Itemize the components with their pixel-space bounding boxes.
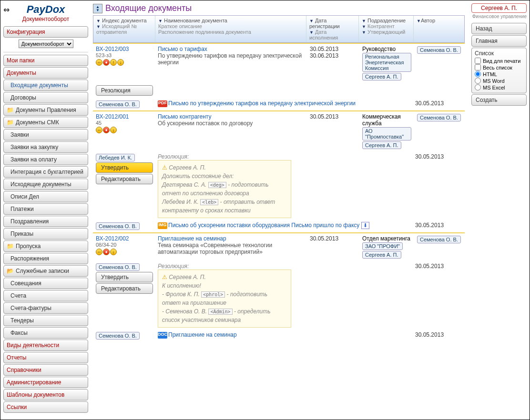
nav-inventories[interactable]: Описи Дел (3, 191, 88, 202)
nav-dirs[interactable]: Справочники (3, 364, 88, 376)
format-word-radio[interactable]: MS Word (475, 78, 523, 84)
doc-attach-row: Семенова О. В. PDFПисьмо по утверждению … (93, 98, 465, 110)
status-icon[interactable]: ↓ (117, 59, 124, 66)
resolution-box: ⚠ Сергеев А. П. К исполнению! - Фролов К… (158, 270, 291, 328)
doc-row: ВХ-2012/003 523-з3 ↔ ♦ ↑ ↓ Письмо о тари… (93, 43, 465, 83)
tag[interactable]: Сергеев А. П. (362, 251, 401, 259)
person-tag[interactable]: Семенова О. В. (96, 100, 140, 108)
img-icon[interactable]: IMG (158, 222, 167, 229)
nav-activities[interactable]: Виды деятельности (3, 340, 88, 351)
nav-orders[interactable]: Приказы (3, 228, 88, 240)
nav-documents[interactable]: Документы (3, 67, 88, 79)
author-tag[interactable]: Семенова О. В. (417, 46, 461, 54)
tag[interactable]: Сергеев А. П. (362, 73, 401, 80)
nav-templates[interactable]: Шаблоны документов (3, 389, 88, 400)
nav-my-folders[interactable]: Мои папки (3, 55, 88, 66)
whole-list-checkbox[interactable]: Весь список (475, 64, 523, 70)
status-icon[interactable]: ↓ (110, 127, 117, 133)
download-icon[interactable]: ⬇ (361, 222, 369, 229)
author-tag[interactable]: Семенова О. В. (417, 114, 461, 121)
doc-index-link[interactable]: ВХ-2012/003 (96, 46, 152, 52)
nav-purchase-req[interactable]: Заявки на закупку (3, 141, 88, 153)
warning-icon: ⚠ (162, 164, 167, 171)
logo-subtitle: Документооборот (3, 16, 88, 22)
author-tag[interactable]: Семенова О. В. (417, 236, 461, 243)
doc-resolution-row: Семенова О. В. Утвердить Редактировать Р… (93, 261, 465, 330)
tag[interactable]: Сергеев А. П. (362, 141, 401, 149)
tag[interactable]: АО "Промпоставка" (362, 127, 411, 140)
status-icon[interactable]: ↔ (96, 249, 102, 255)
page-title: Входящие документы (105, 3, 192, 13)
doc-icon[interactable]: DOC (158, 332, 167, 339)
nav-passes[interactable]: Пропуска (3, 240, 88, 252)
doc-attach-row: Семенова О. В. DOCПриглашение на семинар… (93, 330, 465, 342)
home-button[interactable]: Главная (471, 35, 527, 47)
resolution-button[interactable]: Резолюция (96, 85, 153, 96)
doc-sub-row: Резолюция (93, 83, 465, 98)
config-dropdown[interactable]: Документооборот (19, 40, 73, 48)
doc-index-link[interactable]: ВХ-2012/002 (96, 235, 152, 242)
resolution-box: ⚠ Сергеев А. П. Доложить состояние дел: … (158, 160, 291, 218)
warning-icon: ⚠ (162, 274, 167, 280)
nav-tenders[interactable]: Тендеры (3, 315, 88, 326)
nav-dispositions[interactable]: Распоряжения (3, 253, 88, 264)
tag[interactable]: ЗАО "ПРОФИ" (362, 242, 403, 250)
doc-resolution-row: Лебедев И. К. Утвердить Редактировать Ре… (93, 151, 465, 220)
doc-title-link[interactable]: Приглашение на семинар (158, 235, 304, 242)
nav-accounts[interactable]: Счета (3, 290, 88, 301)
person-tag[interactable]: Лебедев И. К. (96, 154, 135, 161)
status-icon[interactable]: ♦ (103, 249, 110, 255)
nav-smk-docs[interactable]: Документы СМК (3, 117, 88, 128)
table-header: ▼ Индекс документа ▼ Исходящий № отправи… (93, 15, 465, 43)
expand-icon[interactable]: ⇔ (3, 5, 10, 14)
approve-button[interactable]: Утвердить (96, 162, 153, 173)
nav-meetings[interactable]: Совещания (3, 278, 88, 289)
nav-faxes[interactable]: Факсы (3, 327, 88, 339)
nav-reports[interactable]: Отчеты (3, 352, 88, 363)
doc-row: ВХ-2012/001 45 ↔ ♦ ↓ Письмо контрагенту … (93, 110, 465, 151)
status-icon[interactable]: ↑ (110, 59, 117, 66)
status-icon[interactable]: ♦ (103, 59, 110, 66)
status-icon[interactable]: ♦ (103, 127, 110, 133)
sort-icon[interactable]: ▲▼ (93, 4, 102, 13)
nav-memos[interactable]: Служебные записки (3, 265, 88, 277)
doc-title-link[interactable]: Письмо о тарифах (158, 46, 304, 52)
main-panel: ▲▼ Входящие документы ▼ Индекс документа… (91, 0, 469, 420)
nav-contracts[interactable]: Договоры (3, 92, 88, 103)
person-tag[interactable]: Семенова О. В. (96, 222, 140, 230)
nav-incoming[interactable]: Входящие документы (3, 80, 88, 91)
print-view-checkbox[interactable]: Вид для печати (475, 58, 523, 64)
back-button[interactable]: Назад (471, 23, 527, 34)
right-sidebar: Сергеев А. П. Финансовое управление Наза… (469, 0, 530, 420)
format-html-radio[interactable]: HTML (475, 71, 523, 77)
tag[interactable]: Региональная Энергетическая Комиссия (362, 53, 411, 72)
doc-title-link[interactable]: Письмо контрагенту (158, 113, 304, 120)
edit-button[interactable]: Редактировать (96, 283, 153, 294)
nav-congrats[interactable]: Поздравления (3, 216, 88, 227)
pdf-icon[interactable]: PDF (158, 100, 167, 107)
nav-integration[interactable]: Интеграция с бухгалтерией (3, 166, 88, 178)
nav-payments[interactable]: Платежи (3, 203, 88, 215)
nav-requests[interactable]: Заявки (3, 129, 88, 140)
status-icon[interactable]: ↔ (96, 59, 102, 66)
nav-admin[interactable]: Администрирование (3, 377, 88, 388)
status-icon[interactable]: ↔ (96, 127, 102, 133)
config-header[interactable]: Конфигурация (3, 26, 88, 38)
approve-button[interactable]: Утвердить (96, 272, 153, 282)
doc-attach-row: Семенова О. В. IMGПисьмо об ускорении по… (93, 220, 465, 232)
create-button[interactable]: Создать (471, 94, 527, 106)
nav-invoices[interactable]: Счета-фактуры (3, 302, 88, 314)
nav-links[interactable]: Ссылки (3, 401, 88, 413)
person-tag[interactable]: Семенова О. В. (96, 263, 140, 271)
person-tag[interactable]: Семенова О. В. (96, 332, 140, 340)
list-panel: Список Вид для печати Весь список HTML M… (471, 48, 527, 93)
status-icon[interactable]: ↓ (110, 249, 117, 255)
nav-payment-req[interactable]: Заявки на оплату (3, 154, 88, 165)
nav-outgoing[interactable]: Исходящие документы (3, 179, 88, 190)
nav-board-docs[interactable]: Документы Правления (3, 104, 88, 116)
doc-index-link[interactable]: ВХ-2012/001 (96, 113, 152, 120)
edit-button[interactable]: Редактировать (96, 174, 153, 184)
user-dept: Финансовое управление (471, 14, 527, 19)
user-badge[interactable]: Сергеев А. П. (471, 3, 527, 13)
format-excel-radio[interactable]: MS Excel (475, 84, 523, 90)
